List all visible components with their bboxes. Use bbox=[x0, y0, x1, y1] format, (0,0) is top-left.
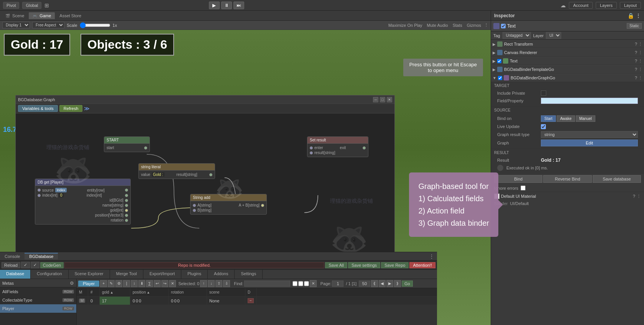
account-btn[interactable]: Account bbox=[569, 2, 593, 9]
player-data-tab[interactable]: Player bbox=[78, 281, 99, 287]
mat-more-icon[interactable]: ⋮ bbox=[637, 194, 641, 199]
graph-node-start[interactable]: START start bbox=[104, 136, 150, 152]
expand-icon[interactable]: ≫ bbox=[84, 105, 90, 112]
mute-btn[interactable]: Mute Audio bbox=[426, 22, 450, 28]
scale-slider[interactable] bbox=[80, 22, 110, 28]
find-clear-btn[interactable]: ✕ bbox=[310, 280, 317, 287]
save-settings-btn[interactable]: Save settings bbox=[348, 262, 380, 268]
filter4-btn[interactable]: ∑ bbox=[146, 280, 153, 287]
tab-game[interactable]: 🎮 Game bbox=[29, 12, 55, 19]
to-bottom-btn[interactable]: ⇩ bbox=[223, 280, 230, 287]
col-position[interactable]: position ▲ bbox=[130, 288, 169, 296]
db-row-player[interactable]: Player ROW bbox=[0, 304, 76, 313]
graph-maximize-btn[interactable]: □ bbox=[380, 97, 385, 102]
rt-more-icon[interactable]: ⋮ bbox=[638, 42, 642, 47]
db-row-allfields[interactable]: AllFields ROW bbox=[0, 287, 76, 296]
check-btn1[interactable]: ✓ bbox=[21, 262, 30, 268]
start-bind-btn[interactable]: Start bbox=[541, 115, 556, 122]
rt-help-icon[interactable]: ? bbox=[635, 42, 637, 47]
add-row-btn[interactable]: + bbox=[100, 280, 107, 287]
bgg-more-icon[interactable]: ⋮ bbox=[638, 76, 642, 80]
pivot-btn[interactable]: Pivot bbox=[3, 2, 19, 9]
to-top-btn[interactable]: ⇧ bbox=[215, 280, 222, 287]
prev-page-btn[interactable]: ◀ bbox=[379, 280, 386, 287]
material-checkbox[interactable] bbox=[494, 194, 499, 199]
awake-bind-btn[interactable]: Awake bbox=[557, 115, 575, 122]
variables-tools-btn[interactable]: Variables & tools bbox=[18, 105, 58, 112]
db-tab-scene-explorer[interactable]: Scene Explorer bbox=[69, 270, 110, 279]
cell-d[interactable]: − bbox=[245, 297, 257, 305]
cr-more-icon[interactable]: ⋮ bbox=[638, 50, 642, 55]
col-rotation[interactable]: rotation bbox=[169, 288, 207, 296]
first-page-btn[interactable]: ⟪ bbox=[371, 280, 378, 287]
check-btn2[interactable]: ✓ bbox=[31, 262, 39, 268]
sidebar-settings-icon[interactable]: ⚙ bbox=[70, 281, 74, 286]
col-gold[interactable]: gold ▲ bbox=[100, 288, 130, 296]
refresh-btn[interactable]: Refresh bbox=[59, 105, 83, 112]
move-up-btn[interactable]: ↑ bbox=[200, 280, 207, 287]
play-button[interactable]: ▶ bbox=[209, 2, 220, 9]
gizmos-btn[interactable]: Gizmos bbox=[465, 22, 483, 28]
pause-button[interactable]: ⏸ bbox=[221, 2, 232, 9]
per-page-input[interactable] bbox=[359, 281, 370, 287]
graph-node-string-literal[interactable]: string literal value Gold : result[strin… bbox=[138, 163, 215, 179]
tag-select[interactable]: Untagged bbox=[503, 32, 531, 39]
layer-select[interactable]: UI bbox=[546, 32, 561, 39]
move-down-btn[interactable]: ↓ bbox=[208, 280, 215, 287]
more-options-icon[interactable]: ⋮ bbox=[636, 13, 641, 19]
find-check2[interactable] bbox=[298, 280, 303, 287]
global-btn[interactable]: Global bbox=[22, 2, 41, 9]
graph-close-btn[interactable]: ✕ bbox=[387, 97, 392, 102]
db-tab-export-import[interactable]: Export/Import bbox=[143, 270, 181, 279]
redo-btn[interactable]: ↪ bbox=[161, 280, 168, 287]
live-update-checkbox[interactable] bbox=[541, 124, 546, 129]
text-active-checkbox[interactable] bbox=[497, 59, 501, 63]
graph-result-select[interactable]: string bbox=[541, 131, 638, 138]
graph-node-string-add[interactable]: String add A[string] A + B[string] B[str… bbox=[190, 194, 267, 215]
db-tab-merge-tool[interactable]: Merge Tool bbox=[110, 270, 143, 279]
stats-btn[interactable]: Stats bbox=[451, 22, 464, 28]
attention-btn[interactable]: Attention!! bbox=[409, 262, 435, 268]
object-active-checkbox[interactable] bbox=[501, 24, 506, 28]
bottom-tab-console[interactable]: Console bbox=[0, 253, 25, 259]
graph-canvas[interactable]: 理猫的游戏杂货铺 理猫的游戏杂货铺 理猫的游戏杂货铺 START start bbox=[16, 113, 394, 269]
db-row-collectable[interactable]: CollectableType ROW bbox=[0, 296, 76, 304]
display-select[interactable]: Display 1 bbox=[2, 22, 30, 28]
field-property-input[interactable]: Text.text bbox=[541, 98, 638, 104]
ignore-errors-checkbox[interactable] bbox=[521, 185, 526, 190]
tab-asset-store[interactable]: Asset Store bbox=[56, 12, 85, 19]
page-input[interactable] bbox=[332, 281, 343, 287]
include-private-checkbox[interactable] bbox=[541, 90, 546, 96]
cr-help-icon[interactable]: ? bbox=[635, 50, 637, 55]
layers-btn[interactable]: Layers bbox=[596, 2, 617, 9]
find-check3[interactable] bbox=[304, 280, 309, 287]
edit-graph-btn[interactable]: Edit bbox=[541, 140, 638, 146]
tab-scene[interactable]: 🎬 Scene bbox=[2, 12, 28, 19]
undo-btn[interactable]: ↩ bbox=[154, 280, 161, 287]
delete-row-btn[interactable]: − bbox=[248, 298, 254, 303]
reload-btn[interactable]: Reload bbox=[2, 262, 20, 268]
save-database-btn[interactable]: Save database bbox=[593, 175, 641, 183]
bgg-help-icon[interactable]: ? bbox=[635, 76, 637, 80]
graph-minimize-btn[interactable]: ─ bbox=[373, 97, 378, 102]
bottom-tab-bgdatabase[interactable]: BGDatabase bbox=[25, 253, 58, 259]
maximize-btn[interactable]: Maximize On Play bbox=[387, 22, 424, 28]
tc-more-icon[interactable]: ⋮ bbox=[638, 59, 642, 64]
lock-icon[interactable]: 🔒 bbox=[628, 13, 634, 19]
btt-help-icon[interactable]: ? bbox=[635, 67, 637, 72]
layout-btn[interactable]: Layout bbox=[620, 2, 641, 9]
step-button[interactable]: ⏭ bbox=[233, 2, 244, 9]
db-tab-configuration[interactable]: Configuration bbox=[31, 270, 68, 279]
graph-node-set-result[interactable]: Set result enter exit result[string] bbox=[307, 136, 368, 157]
graph-node-db-get[interactable]: DB get [Player] source Index entity[row] bbox=[35, 179, 131, 225]
go-btn[interactable]: Go bbox=[402, 281, 413, 287]
btt-more-icon[interactable]: ⋮ bbox=[638, 67, 642, 72]
db-tab-settings[interactable]: Settings bbox=[235, 270, 263, 279]
bind-action-btn[interactable]: Bind bbox=[494, 175, 542, 183]
next-page-btn[interactable]: ▶ bbox=[386, 280, 393, 287]
save-repo-btn[interactable]: Save Repo bbox=[381, 262, 409, 268]
bottom-more-icon[interactable]: ⋮ bbox=[426, 254, 437, 259]
reverse-bind-btn[interactable]: Reverse Bind bbox=[543, 175, 591, 183]
settings-row-btn[interactable]: ⚙ bbox=[115, 280, 122, 287]
filter1-btn[interactable]: | bbox=[123, 280, 130, 287]
